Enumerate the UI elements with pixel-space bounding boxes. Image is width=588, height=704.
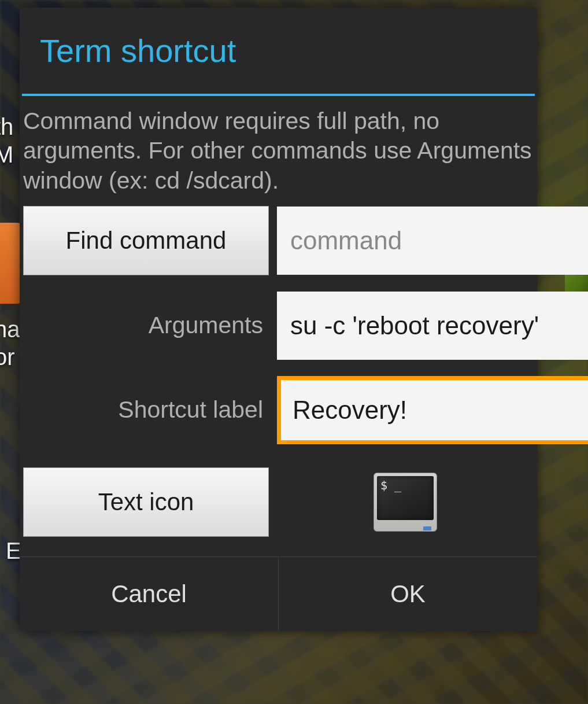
terminal-prompt-icon: $ _ bbox=[380, 478, 401, 492]
text-icon-button[interactable]: Text icon bbox=[23, 467, 269, 537]
dialog-title: Term shortcut bbox=[20, 8, 537, 94]
arguments-label: Arguments bbox=[23, 312, 269, 339]
bg-text-fragment: th M bbox=[0, 113, 13, 168]
terminal-icon[interactable]: $ _ bbox=[373, 473, 437, 532]
help-text: Command window requires full path, no ar… bbox=[20, 96, 537, 206]
bg-icon-fragment bbox=[0, 223, 22, 304]
command-input[interactable] bbox=[277, 207, 588, 275]
shortcut-label-label: Shortcut label bbox=[23, 396, 269, 423]
ok-button[interactable]: OK bbox=[278, 557, 537, 631]
term-shortcut-dialog: Term shortcut Command window requires fu… bbox=[20, 8, 537, 631]
icon-preview-area: $ _ bbox=[277, 473, 534, 532]
cancel-button[interactable]: Cancel bbox=[20, 557, 278, 631]
form-area: Find command Arguments Shortcut label bbox=[20, 206, 537, 444]
shortcut-label-input[interactable] bbox=[277, 376, 588, 444]
icon-row: Text icon $ _ bbox=[20, 444, 537, 556]
find-command-button[interactable]: Find command bbox=[23, 206, 269, 275]
arguments-input[interactable] bbox=[277, 292, 588, 360]
dialog-button-bar: Cancel OK bbox=[20, 557, 537, 631]
bg-text-fragment: na or bbox=[0, 315, 20, 371]
